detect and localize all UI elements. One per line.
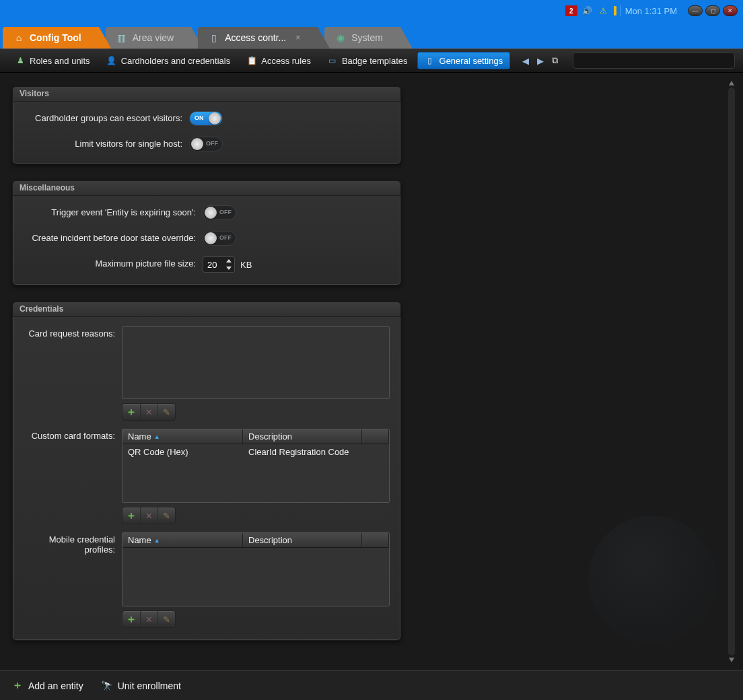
system-icon: ◉: [335, 32, 346, 43]
delete-button[interactable]: ✕: [140, 611, 157, 627]
clock-text[interactable]: Mon 1:31 PM: [625, 6, 677, 16]
col-desc-header[interactable]: Description: [243, 429, 362, 444]
mobile-profiles-table[interactable]: Name Description: [122, 532, 390, 606]
table-row[interactable]: QR Code (Hex) ClearId Registration Code: [122, 444, 389, 460]
rules-icon: 📋: [246, 55, 257, 66]
nav-cardholders-label: Cardholders and credentials: [121, 56, 231, 66]
nav-badges-label: Badge templates: [342, 56, 408, 66]
nav-badge-templates[interactable]: ▭ Badge templates: [320, 52, 415, 69]
col-blank-header: [362, 533, 389, 547]
system-tray: 2 🔊 ⚠ Mon 1:31 PM — ◻ ✕: [565, 5, 738, 16]
badge-icon: ▭: [327, 55, 338, 66]
table-header: Name Description: [122, 429, 389, 444]
edit-button[interactable]: ✎: [157, 508, 175, 524]
battery-icon: [614, 6, 616, 15]
nav-forward-icon[interactable]: ▶: [537, 56, 544, 66]
section-misc-header: Miscellaneous: [13, 181, 400, 196]
card-request-buttons: ＋ ✕ ✎: [122, 403, 176, 421]
tab-close-icon[interactable]: ×: [295, 33, 300, 42]
card-request-reasons-label: Card request reasons:: [24, 326, 115, 339]
tab-system[interactable]: ◉ System: [324, 27, 400, 48]
section-visitors: Visitors Cardholder groups can escort vi…: [12, 86, 401, 164]
col-name-header[interactable]: Name: [122, 429, 243, 444]
plus-icon: ＋: [12, 678, 23, 693]
incident-override-label: Create incident before door state overri…: [24, 231, 196, 243]
cell-name: QR Code (Hex): [122, 444, 243, 460]
add-button[interactable]: ＋: [122, 508, 140, 524]
nav-roles-units[interactable]: ♟ Roles and units: [8, 52, 97, 69]
scrollbar[interactable]: [728, 88, 735, 656]
area-icon: ▥: [116, 32, 127, 43]
col-desc-header[interactable]: Description: [243, 533, 362, 547]
tray-separator: [621, 5, 621, 16]
mobile-profiles-label: Mobile credential profiles:: [24, 532, 115, 555]
cardholder-icon: 👤: [106, 55, 117, 66]
nav-cardholders[interactable]: 👤 Cardholders and credentials: [100, 52, 238, 69]
tab-access-control-label: Access contr...: [225, 32, 286, 43]
nav-arrows: ◀ ▶ ⧉: [522, 55, 558, 66]
nav-roles-label: Roles and units: [30, 56, 90, 66]
edit-button[interactable]: ✎: [157, 611, 175, 627]
table-header: Name Description: [122, 533, 389, 548]
settings-content: Visitors Cardholder groups can escort vi…: [12, 86, 401, 660]
close-button[interactable]: ✕: [723, 5, 738, 16]
general-icon: ▯: [425, 55, 435, 66]
roles-icon: ♟: [15, 55, 26, 66]
watermark-globe: [588, 516, 716, 643]
custom-formats-buttons: ＋ ✕ ✎: [122, 507, 176, 524]
home-icon: ⌂: [13, 32, 24, 43]
card-request-reasons-list[interactable]: [122, 326, 390, 399]
custom-card-formats-label: Custom card formats:: [24, 429, 115, 441]
maximize-button[interactable]: ◻: [705, 5, 720, 16]
custom-card-formats-table[interactable]: Name Description QR Code (Hex) ClearId R…: [122, 429, 390, 503]
escort-visitors-toggle[interactable]: [189, 111, 223, 126]
tab-home[interactable]: ⌂ Config Tool: [3, 27, 99, 48]
nav-access-rules[interactable]: 📋 Access rules: [240, 52, 318, 69]
mobile-profiles-buttons: ＋ ✕ ✎: [122, 610, 176, 628]
edit-button[interactable]: ✎: [157, 404, 175, 420]
max-picture-spinner[interactable]: 20: [203, 256, 235, 273]
section-visitors-header: Visitors: [13, 87, 400, 102]
binoculars-icon: 🔭: [101, 680, 112, 691]
max-picture-label: Maximum picture file size:: [24, 256, 196, 269]
add-button[interactable]: ＋: [122, 404, 140, 420]
tab-access-control[interactable]: ▯ Access contr... ×: [198, 27, 318, 48]
access-icon: ▯: [209, 32, 219, 43]
add-entity-label: Add an entity: [28, 680, 83, 691]
nav-general-settings[interactable]: ▯ General settings: [417, 52, 511, 69]
section-credentials-header: Credentials: [13, 302, 400, 317]
search-input[interactable]: [573, 53, 735, 69]
delete-button[interactable]: ✕: [140, 508, 157, 524]
unit-enrollment-button[interactable]: 🔭 Unit enrollment: [101, 680, 181, 691]
tab-system-label: System: [351, 32, 383, 43]
add-entity-button[interactable]: ＋ Add an entity: [12, 678, 83, 693]
volume-icon[interactable]: 🔊: [581, 5, 594, 16]
incident-override-toggle[interactable]: [203, 231, 236, 246]
nav-popout-icon[interactable]: ⧉: [552, 55, 558, 66]
security-alert-icon[interactable]: 2: [565, 5, 577, 16]
cell-desc: ClearId Registration Code: [243, 444, 389, 460]
trigger-expiring-label: Trigger event 'Entity is expiring soon':: [24, 205, 196, 217]
nav-general-label: General settings: [439, 56, 503, 66]
tab-area-view[interactable]: ▥ Area view: [106, 27, 191, 48]
limit-visitors-label: Limit visitors for single host:: [24, 137, 182, 149]
col-name-header[interactable]: Name: [122, 533, 243, 547]
tab-home-label: Config Tool: [30, 32, 81, 43]
col-blank-header: [362, 429, 389, 444]
escort-visitors-label: Cardholder groups can escort visitors:: [24, 111, 182, 123]
delete-button[interactable]: ✕: [140, 404, 157, 420]
unit-enrollment-label: Unit enrollment: [118, 680, 181, 691]
section-credentials: Credentials Card request reasons: ＋ ✕ ✎ …: [12, 302, 401, 641]
nav-back-icon[interactable]: ◀: [522, 56, 529, 66]
footer-bar: ＋ Add an entity 🔭 Unit enrollment: [0, 670, 743, 700]
sub-toolbar: ♟ Roles and units 👤 Cardholders and cred…: [0, 48, 743, 73]
app-tabs: ⌂ Config Tool ▥ Area view ▯ Access contr…: [0, 27, 743, 48]
minimize-button[interactable]: —: [688, 5, 703, 16]
nav-rules-label: Access rules: [261, 56, 311, 66]
section-misc: Miscellaneous Trigger event 'Entity is e…: [12, 180, 401, 285]
warning-icon[interactable]: ⚠: [598, 5, 610, 16]
tab-area-view-label: Area view: [133, 32, 174, 43]
add-button[interactable]: ＋: [122, 611, 140, 627]
limit-visitors-toggle[interactable]: [189, 137, 223, 151]
trigger-expiring-toggle[interactable]: [203, 205, 236, 220]
